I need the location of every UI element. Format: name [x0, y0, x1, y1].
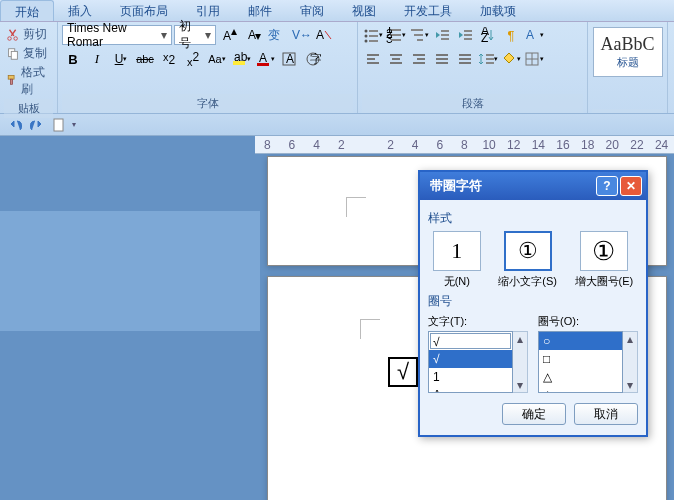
paragraph-group: ▾ 123▾ ▾ AZ ¶ A▾ ▾ ▾ ▾ 段落	[358, 22, 588, 113]
text-effects-button[interactable]: Aa▾	[206, 49, 228, 69]
show-marks-button[interactable]: ¶	[500, 25, 522, 45]
svg-point-1	[14, 36, 18, 40]
svg-rect-48	[390, 54, 402, 56]
phonetic-guide-button[interactable]: V↔	[290, 25, 312, 45]
horizontal-ruler[interactable]: 864224681012141618202224	[255, 136, 674, 154]
list-item[interactable]: 1	[429, 368, 512, 386]
svg-rect-37	[441, 34, 449, 36]
svg-text:▴: ▴	[231, 27, 237, 38]
enclosure-listbox[interactable]: ○□△◇	[538, 331, 623, 393]
tab-加载项[interactable]: 加载项	[466, 0, 530, 21]
multilevel-list-button[interactable]: ▾	[408, 25, 430, 45]
svg-text:A: A	[526, 28, 534, 42]
svg-rect-24	[369, 35, 378, 37]
list-item[interactable]: △	[539, 368, 622, 386]
svg-point-25	[365, 40, 368, 43]
bullets-button[interactable]: ▾	[362, 25, 384, 45]
highlight-button[interactable]: ab▾	[230, 49, 252, 69]
svg-text:3: 3	[386, 32, 393, 43]
svg-rect-45	[367, 54, 379, 56]
text-input[interactable]: √	[430, 333, 511, 349]
tab-开发工具[interactable]: 开发工具	[390, 0, 466, 21]
sort-button[interactable]: AZ	[477, 25, 499, 45]
align-left-button[interactable]	[362, 49, 384, 69]
font-name-combo[interactable]: Times New Romar▾	[62, 25, 172, 45]
svg-rect-16	[257, 63, 269, 66]
tab-插入[interactable]: 插入	[54, 0, 106, 21]
redo-button[interactable]	[28, 116, 46, 134]
list-item[interactable]: ○	[539, 332, 622, 350]
svg-rect-62	[486, 62, 494, 64]
strikethrough-button[interactable]: abc	[134, 49, 156, 69]
style-option[interactable]: 1无(N)	[433, 231, 481, 289]
font-label: 字体	[62, 94, 353, 113]
char-border-button[interactable]: A	[278, 49, 300, 69]
list-item[interactable]: ◇	[539, 386, 622, 393]
enclosed-char-button[interactable]: 字	[302, 49, 324, 69]
bold-button[interactable]: B	[62, 49, 84, 69]
ok-button[interactable]: 确定	[502, 403, 566, 425]
list-item[interactable]: □	[539, 350, 622, 368]
close-button[interactable]: ✕	[620, 176, 642, 196]
format-painter-button[interactable]: 格式刷	[4, 63, 53, 99]
clipboard-group: 剪切 复制 格式刷 贴板	[0, 22, 58, 113]
new-doc-button[interactable]	[50, 116, 68, 134]
style-heading-button[interactable]: AaBbC 标题	[593, 27, 663, 77]
enclosed-char-dialog: 带圈字符 ? ✕ 样式 1无(N)①缩小文字(S)①增大圈号(E) 圈号 文字(…	[418, 170, 648, 437]
list-item[interactable]: A	[429, 386, 512, 393]
svg-text:A: A	[316, 28, 324, 42]
text-listbox[interactable]: √√1A	[428, 331, 513, 393]
tab-开始[interactable]: 开始	[0, 0, 54, 21]
tab-审阅[interactable]: 审阅	[286, 0, 338, 21]
svg-text:字: 字	[310, 52, 321, 66]
clear-formatting-button[interactable]: A	[314, 25, 336, 45]
svg-rect-4	[8, 75, 14, 79]
svg-point-21	[365, 30, 368, 33]
shading-button[interactable]: ▾	[500, 49, 522, 69]
increase-indent-button[interactable]	[454, 25, 476, 45]
numbering-button[interactable]: 123▾	[385, 25, 407, 45]
scrollbar[interactable]: ▴▾	[623, 331, 638, 393]
font-size-combo[interactable]: 初号▾	[174, 25, 216, 45]
subscript-button[interactable]: x2	[158, 49, 180, 69]
svg-text:ab: ab	[234, 51, 247, 64]
font-color-button[interactable]: A▾	[254, 49, 276, 69]
enclosure-col-label: 圈号(O):	[538, 314, 638, 329]
copy-button[interactable]: 复制	[4, 44, 53, 63]
change-case-button[interactable]: 变	[266, 25, 288, 45]
enclosed-char-symbol: √	[388, 357, 418, 387]
italic-button[interactable]: I	[86, 49, 108, 69]
svg-rect-53	[413, 62, 425, 64]
undo-button[interactable]	[6, 116, 24, 134]
distributed-button[interactable]	[454, 49, 476, 69]
svg-point-23	[365, 35, 368, 38]
style-section-label: 样式	[428, 210, 638, 227]
tab-邮件[interactable]: 邮件	[234, 0, 286, 21]
scrollbar[interactable]: ▴▾	[513, 331, 528, 393]
style-option[interactable]: ①增大圈号(E)	[575, 231, 634, 289]
line-spacing-button[interactable]: ▾	[477, 49, 499, 69]
justify-button[interactable]	[431, 49, 453, 69]
svg-rect-56	[436, 62, 448, 64]
align-right-button[interactable]	[408, 49, 430, 69]
help-button[interactable]: ?	[596, 176, 618, 196]
shrink-font-button[interactable]: A▾	[242, 25, 264, 45]
dialog-titlebar[interactable]: 带圈字符 ? ✕	[420, 172, 646, 200]
style-option[interactable]: ①缩小文字(S)	[498, 231, 557, 289]
asian-layout-button[interactable]: A▾	[523, 25, 545, 45]
tab-视图[interactable]: 视图	[338, 0, 390, 21]
cut-button[interactable]: 剪切	[4, 25, 53, 44]
grow-font-button[interactable]: A▴	[218, 25, 240, 45]
svg-rect-26	[369, 40, 378, 42]
ribbon: 剪切 复制 格式刷 贴板 Times New Romar▾ 初号▾ A▴ A▾ …	[0, 22, 674, 114]
borders-button[interactable]: ▾	[523, 49, 545, 69]
superscript-button[interactable]: x2	[182, 49, 204, 69]
underline-button[interactable]: U▾	[110, 49, 132, 69]
tab-页面布局[interactable]: 页面布局	[106, 0, 182, 21]
decrease-indent-button[interactable]	[431, 25, 453, 45]
paragraph-label: 段落	[362, 94, 583, 113]
cancel-button[interactable]: 取消	[574, 403, 638, 425]
align-center-button[interactable]	[385, 49, 407, 69]
svg-rect-33	[411, 29, 423, 31]
list-item[interactable]: √	[429, 350, 512, 368]
